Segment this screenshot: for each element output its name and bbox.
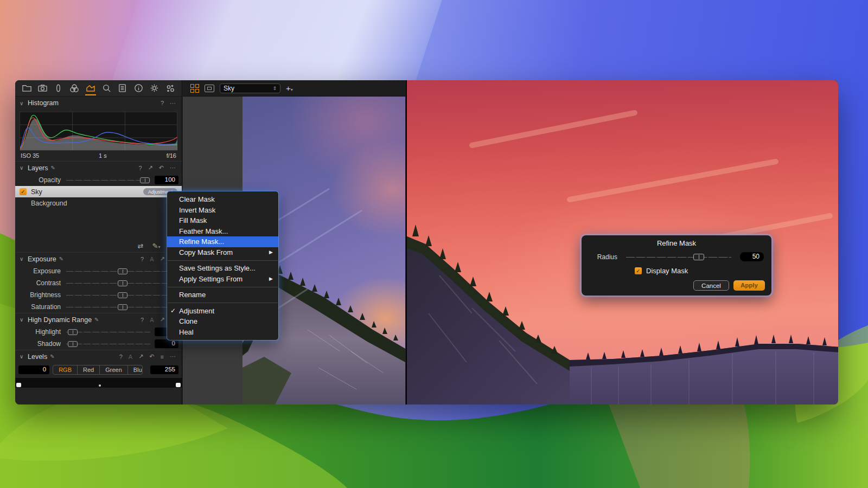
radius-value[interactable]: 50 xyxy=(740,252,764,261)
help-icon[interactable]: ? xyxy=(139,256,145,262)
layer-row-background[interactable]: Background xyxy=(15,197,182,209)
menu-item-refine-mask[interactable]: Refine Mask... xyxy=(167,236,278,247)
brush-icon[interactable]: ✎▾ xyxy=(152,242,160,250)
zoom-search-icon[interactable] xyxy=(100,81,112,95)
highlight-slider-row: Highlight 0 xyxy=(15,326,182,338)
menu-item-adjustment[interactable]: ✓ Adjustment xyxy=(167,306,278,317)
menu-item-save-settings-style[interactable]: Save Settings as Style... xyxy=(167,263,278,274)
histogram-title: Histogram xyxy=(28,99,59,107)
help-icon[interactable]: ? xyxy=(159,100,165,106)
brightness-slider[interactable] xyxy=(66,292,178,298)
viewer-toolbar: Sky ⇕ +▾ xyxy=(183,80,405,97)
channel-red[interactable]: Red xyxy=(78,365,100,374)
more-options-icon[interactable]: ⋯ xyxy=(168,100,177,107)
help-icon[interactable]: ? xyxy=(139,317,145,323)
exposure-title: Exposure xyxy=(28,255,56,263)
auto-adjust-icon[interactable]: A xyxy=(148,317,155,323)
settings-gear-icon[interactable] xyxy=(149,81,161,95)
levels-min-value[interactable]: 0 xyxy=(18,365,49,374)
levels-section-header[interactable]: ∨ Levels ✎ ? A ↗ ↶ ≡ ⋯ xyxy=(15,350,182,363)
dialog-title: Refine Mask xyxy=(582,235,771,247)
brightness-slider-row: Brightness xyxy=(15,289,182,301)
hdr-title: High Dynamic Range xyxy=(28,316,92,324)
info-icon[interactable] xyxy=(132,81,144,95)
layer-checkbox[interactable]: ✓ xyxy=(20,188,27,195)
chevron-down-icon: ∨ xyxy=(20,354,25,359)
capture-camera-icon[interactable] xyxy=(36,81,48,95)
layers-section-header[interactable]: ∨ Layers ✎ ? ↗ ↶ ⋯ xyxy=(15,161,182,174)
expand-icon[interactable]: ↗ xyxy=(137,353,145,360)
menu-item-invert-mask[interactable]: Invert Mask xyxy=(167,205,278,216)
lens-icon[interactable] xyxy=(53,81,65,95)
library-folder-icon[interactable] xyxy=(21,81,33,95)
grid-view-icon[interactable] xyxy=(190,84,199,93)
levels-midtone-handle[interactable] xyxy=(99,384,101,387)
menu-item-clear-mask[interactable]: Clear Mask xyxy=(167,194,278,205)
select-arrows-icon: ⇕ xyxy=(272,86,277,91)
mask-layer-select[interactable]: Sky ⇕ xyxy=(220,84,280,93)
mask-select-value: Sky xyxy=(224,85,234,92)
layer-row-sky[interactable]: ✓ Sky Adjustment xyxy=(15,186,182,197)
opacity-slider[interactable] xyxy=(66,177,150,183)
layer-context-menu: Clear Mask Invert Mask Fill Mask Feather… xyxy=(167,191,278,340)
add-mask-button[interactable]: +▾ xyxy=(286,84,293,93)
shadow-slider-row: Shadow 0 xyxy=(15,338,182,350)
menu-item-heal[interactable]: Heal xyxy=(167,327,278,338)
auto-adjust-icon[interactable]: A xyxy=(127,354,134,360)
process-gears-icon[interactable] xyxy=(164,81,176,95)
cancel-button[interactable]: Cancel xyxy=(693,280,729,291)
menu-separator xyxy=(168,260,278,261)
channel-green[interactable]: Green xyxy=(100,365,128,374)
levels-highlight-handle[interactable] xyxy=(176,383,181,387)
levels-shadow-handle[interactable] xyxy=(16,383,21,387)
expand-icon[interactable]: ↗ xyxy=(158,316,167,323)
channel-blue[interactable]: Blue xyxy=(128,365,143,374)
viewer-mode-icon[interactable] xyxy=(205,85,214,92)
channel-rgb[interactable]: RGB xyxy=(53,365,78,374)
reset-icon[interactable]: ↶ xyxy=(148,353,156,360)
opacity-label: Opacity xyxy=(18,176,66,184)
edit-pencil-icon: ✎ xyxy=(51,165,55,171)
radius-slider[interactable] xyxy=(626,254,731,260)
help-icon[interactable]: ? xyxy=(118,354,124,360)
levels-max-value[interactable]: 255 xyxy=(150,365,178,374)
auto-adjust-icon[interactable]: A xyxy=(148,256,155,262)
histogram-section-header[interactable]: ∨ Histogram ? ⋯ xyxy=(15,97,182,110)
chevron-down-icon: ∨ xyxy=(20,165,25,171)
chevron-down-icon: ∨ xyxy=(20,317,25,323)
more-options-icon[interactable]: ⋯ xyxy=(168,353,177,360)
menu-item-rename[interactable]: Rename xyxy=(167,290,278,300)
apply-button[interactable]: Apply xyxy=(733,280,765,291)
color-wheels-icon[interactable] xyxy=(68,81,80,95)
adjustments-mask-icon[interactable] xyxy=(85,81,97,95)
compare-icon[interactable]: ⇄ xyxy=(138,242,144,250)
opacity-value[interactable]: 100 xyxy=(155,176,178,184)
shadow-value[interactable]: 0 xyxy=(155,339,178,348)
exposure-slider[interactable] xyxy=(66,268,178,274)
menu-lines-icon[interactable]: ≡ xyxy=(159,354,165,360)
saturation-slider[interactable] xyxy=(66,304,178,310)
menu-item-apply-settings-from[interactable]: Apply Settings From ▶ xyxy=(167,274,278,285)
contrast-slider[interactable] xyxy=(66,280,178,286)
menu-item-copy-mask-from[interactable]: Copy Mask From ▶ xyxy=(167,247,278,258)
more-options-icon[interactable]: ⋯ xyxy=(168,164,177,171)
hdr-section-header[interactable]: ∨ High Dynamic Range ✎ ? A ↗ ↶ xyxy=(15,313,182,326)
help-icon[interactable]: ? xyxy=(137,165,143,171)
menu-item-clone[interactable]: Clone xyxy=(167,316,278,327)
exposure-section-header[interactable]: ∨ Exposure ✎ ? A ↗ ↶ xyxy=(15,252,182,265)
highlight-slider[interactable] xyxy=(66,329,150,335)
reset-icon[interactable]: ↶ xyxy=(157,164,165,171)
expand-icon[interactable]: ↗ xyxy=(158,255,167,262)
slider-label: Saturation xyxy=(18,303,66,311)
menu-item-feather-mask[interactable]: Feather Mask... xyxy=(167,226,278,237)
levels-controls-row: 0 RGB Red Green Blue 255 xyxy=(15,363,182,377)
slider-label: Contrast xyxy=(18,279,66,287)
shadow-slider[interactable] xyxy=(66,341,150,347)
menu-item-fill-mask[interactable]: Fill Mask xyxy=(167,215,278,226)
slider-label: Brightness xyxy=(18,291,66,299)
shutter-value: 1 s xyxy=(99,152,107,159)
contrast-slider-row: Contrast xyxy=(15,277,182,289)
metadata-list-icon[interactable] xyxy=(117,81,129,95)
expand-icon[interactable]: ↗ xyxy=(146,164,155,171)
display-mask-checkbox[interactable]: ✓ xyxy=(635,267,642,274)
